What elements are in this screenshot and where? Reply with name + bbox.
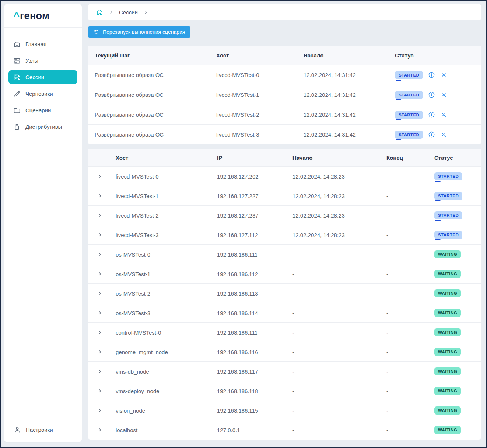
cell-end: -: [386, 212, 434, 219]
cell-end: -: [386, 193, 434, 199]
row-expand-icon[interactable]: [97, 213, 102, 218]
info-icon[interactable]: [428, 111, 435, 118]
cell-expand: [88, 330, 116, 335]
cell-status: STARTED: [388, 71, 481, 79]
cell-start: 12.02.2024, 14:31:42: [297, 131, 388, 138]
row-expand-icon[interactable]: [97, 349, 102, 354]
column-header-end: Конец: [386, 155, 434, 161]
table-row: vision_node 192.168.186.115 - - WAITING: [88, 401, 481, 420]
sidebar-item-label: Сессии: [25, 74, 44, 80]
sidebar-item-label: Черновики: [25, 91, 53, 97]
cell-end: -: [386, 408, 434, 414]
row-expand-icon[interactable]: [97, 252, 102, 257]
main-content: Сессии ... Перезапуск выполнения сценари…: [88, 4, 481, 442]
status-badge: STARTED: [434, 172, 462, 180]
row-expand-icon[interactable]: [97, 193, 102, 198]
table-row: vms-db_node 192.168.186.117 - - WAITING: [88, 361, 481, 381]
info-icon[interactable]: [428, 71, 435, 78]
table-row: Развёртывание образа ОС livecd-MVSTest-3…: [88, 124, 481, 144]
user-icon: [14, 426, 21, 433]
status-badge: WAITING: [434, 309, 461, 317]
table-row: Развёртывание образа ОС livecd-MVSTest-0…: [88, 65, 481, 85]
brand-caret: ^: [14, 10, 20, 21]
info-icon[interactable]: [428, 91, 435, 98]
cell-expand: [88, 408, 116, 413]
sidebar-item-uzly[interactable]: Узлы: [8, 54, 77, 67]
cell-start: -: [292, 388, 386, 394]
brand-name: геном: [20, 10, 49, 21]
cell-end: -: [386, 310, 434, 316]
breadcrumb-item-sessii[interactable]: Сессии: [119, 9, 138, 15]
nodes-icon: [13, 57, 21, 64]
cell-host: os-MVSTest-2: [116, 290, 217, 297]
cell-host: livecd-MVSTest-0: [116, 173, 217, 180]
sidebar-item-glavnaya[interactable]: Главная: [8, 37, 77, 51]
status-badge: WAITING: [434, 270, 461, 278]
row-expand-icon[interactable]: [97, 310, 102, 315]
cell-host: livecd-MVSTest-2: [116, 212, 217, 219]
breadcrumb-home-icon[interactable]: [96, 9, 103, 16]
status-badge: WAITING: [434, 250, 461, 258]
row-expand-icon[interactable]: [97, 408, 102, 413]
row-expand-icon[interactable]: [97, 232, 102, 237]
cell-host: genome_mgmt_node: [116, 349, 217, 355]
cell-end: -: [386, 173, 434, 180]
close-icon[interactable]: [440, 111, 447, 118]
cell-host: livecd-MVSTest-3: [116, 232, 217, 238]
sidebar-item-sessii[interactable]: Сессии: [8, 70, 77, 84]
row-expand-icon[interactable]: [97, 174, 102, 179]
cell-host: vision_node: [116, 408, 217, 414]
sidebar-item-label: Узлы: [25, 57, 38, 64]
restart-scenario-button[interactable]: Перезапуск выполнения сценария: [88, 26, 190, 38]
row-expand-icon[interactable]: [97, 388, 102, 394]
breadcrumb-item-ellipsis[interactable]: ...: [154, 9, 158, 15]
row-expand-icon[interactable]: [97, 330, 102, 335]
cell-host: livecd-MVSTest-1: [116, 193, 217, 199]
cell-status: STARTED: [434, 211, 481, 219]
cell-start: 12.02.2024, 14:31:42: [297, 72, 388, 78]
cell-host: livecd-MVSTest-2: [210, 112, 297, 118]
status-badge: WAITING: [434, 289, 461, 297]
info-icon[interactable]: [428, 131, 435, 138]
cell-current-step: Развёртывание образа ОС: [88, 92, 210, 98]
cell-start: 12.02.2024, 14:28:23: [292, 232, 386, 238]
cell-start: -: [292, 408, 386, 414]
cell-start: -: [292, 310, 386, 316]
cell-start: 12.02.2024, 14:28:23: [292, 212, 386, 219]
cell-expand: [88, 427, 116, 433]
status-badge: STARTED: [395, 111, 423, 119]
table-row: livecd-MVSTest-2 192.168.127.237 12.02.2…: [88, 205, 481, 225]
row-expand-icon[interactable]: [97, 427, 102, 433]
cell-status: STARTED: [388, 91, 481, 99]
settings-label: Настройки: [26, 427, 53, 433]
sessions-table-body: Развёртывание образа ОС livecd-MVSTest-0…: [88, 65, 481, 144]
close-icon[interactable]: [440, 71, 447, 78]
cell-status: STARTED: [434, 192, 481, 200]
cell-ip: 192.168.186.118: [217, 388, 292, 394]
row-expand-icon[interactable]: [97, 271, 102, 276]
sidebar-item-scenarii[interactable]: Сценарии: [8, 103, 77, 117]
hosts-table-body: livecd-MVSTest-0 192.168.127.202 12.02.2…: [88, 166, 481, 440]
row-expand-icon[interactable]: [97, 291, 102, 296]
cell-start: 12.02.2024, 14:31:42: [297, 92, 388, 98]
chevron-right-icon: [109, 10, 113, 15]
cell-status: WAITING: [434, 328, 481, 336]
close-icon[interactable]: [440, 131, 447, 138]
hosts-table: Хост IP Начало Конец Статус livecd-MVSTe…: [88, 149, 481, 440]
cell-ip: 192.168.186.111: [217, 251, 292, 258]
column-header-host: Хост: [210, 52, 297, 59]
status-badge: WAITING: [434, 426, 461, 434]
cell-host: livecd-MVSTest-3: [210, 131, 297, 138]
row-expand-icon[interactable]: [97, 369, 102, 374]
cell-end: -: [386, 329, 434, 336]
sidebar-item-distributivy[interactable]: Дистрибутивы: [8, 120, 77, 134]
cell-host: os-MVSTest-0: [116, 251, 217, 258]
sidebar-item-chernoviki[interactable]: Черновики: [8, 87, 77, 100]
column-header-host: Хост: [116, 155, 217, 161]
cell-start: 12.02.2024, 14:31:42: [297, 112, 388, 118]
status-badge: WAITING: [434, 328, 461, 336]
close-icon[interactable]: [440, 91, 447, 98]
cell-host: livecd-MVSTest-0: [210, 72, 297, 78]
status-badge: STARTED: [434, 192, 462, 200]
sidebar-item-nastroyki[interactable]: Настройки: [4, 419, 82, 442]
